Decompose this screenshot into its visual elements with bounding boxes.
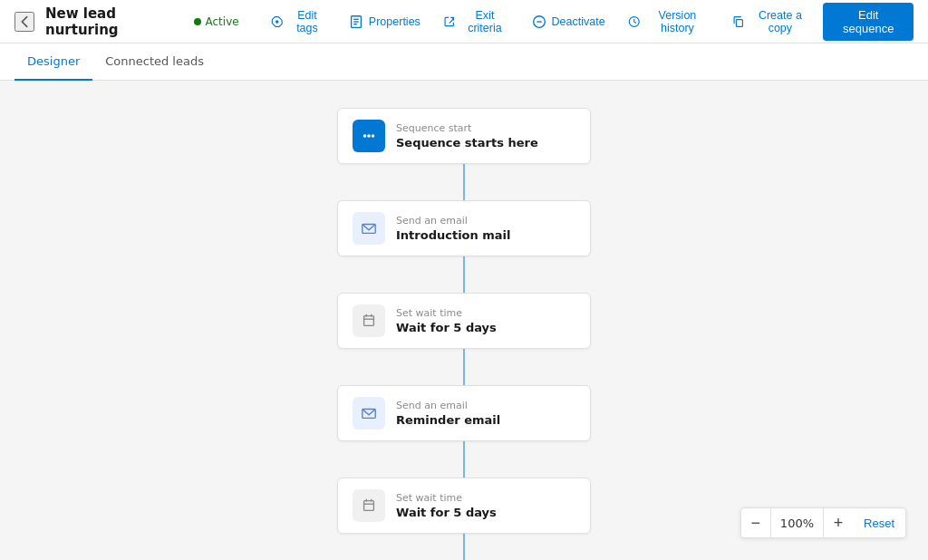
node-container: Sequence start Sequence starts here Send… — [0, 108, 928, 560]
node-wait-2[interactable]: Set wait time Wait for 5 days — [337, 478, 591, 534]
svg-rect-13 — [364, 316, 374, 326]
node-2-title: Wait for 5 days — [396, 321, 497, 334]
wait-1-icon — [353, 304, 385, 337]
status-dot — [194, 18, 201, 25]
node-send-email-1[interactable]: Send an email Introduction mail — [337, 200, 591, 256]
svg-point-10 — [367, 134, 371, 138]
zoom-value: 100% — [770, 508, 824, 537]
header: New lead nurturing Active Edit tags Prop… — [0, 0, 928, 43]
connector-4 — [463, 534, 465, 560]
node-wait-1[interactable]: Set wait time Wait for 5 days — [337, 293, 591, 349]
wait-2-icon — [353, 489, 385, 522]
zoom-out-button[interactable]: − — [741, 508, 770, 537]
node-sequence-start[interactable]: Sequence start Sequence starts here — [337, 108, 591, 164]
connector-2 — [463, 349, 465, 385]
tab-connected-leads[interactable]: Connected leads — [92, 43, 217, 81]
node-4-label: Set wait time — [396, 492, 497, 504]
tabs: Designer Connected leads — [0, 43, 928, 81]
node-3-label: Send an email — [396, 400, 500, 411]
email-1-icon — [353, 212, 385, 245]
create-copy-button[interactable]: Create a copy — [722, 5, 820, 39]
zoom-reset-button[interactable]: Reset — [853, 508, 905, 537]
back-button[interactable] — [14, 12, 34, 32]
email-2-icon — [353, 397, 385, 430]
canvas: Sequence start Sequence starts here Send… — [0, 81, 928, 560]
svg-rect-18 — [364, 501, 374, 511]
tab-designer[interactable]: Designer — [14, 43, 92, 81]
node-send-email-2[interactable]: Send an email Reminder email — [337, 385, 591, 441]
version-history-button[interactable]: Version history — [618, 5, 719, 39]
header-actions: Edit tags Properties Exit criteria Deact… — [261, 3, 914, 41]
deactivate-button[interactable]: Deactivate — [522, 9, 614, 34]
exit-criteria-button[interactable]: Exit criteria — [433, 5, 518, 39]
zoom-in-button[interactable]: + — [824, 508, 853, 537]
svg-point-0 — [276, 20, 277, 22]
svg-rect-8 — [736, 19, 742, 26]
edit-tags-button[interactable]: Edit tags — [261, 5, 335, 39]
status-badge: Active — [194, 15, 239, 28]
connector-0 — [463, 164, 465, 200]
connector-3 — [463, 441, 465, 478]
status-label: Active — [206, 15, 239, 28]
node-3-title: Reminder email — [396, 413, 500, 427]
sequence-start-icon — [353, 120, 385, 152]
edit-sequence-button[interactable]: Edit sequence — [823, 3, 914, 41]
node-2-label: Set wait time — [396, 307, 497, 319]
page-title: New lead nurturing — [45, 5, 183, 38]
connector-1 — [463, 256, 465, 293]
node-1-title: Introduction mail — [396, 228, 511, 242]
node-0-title: Sequence starts here — [396, 136, 538, 150]
svg-point-9 — [363, 134, 367, 138]
node-0-label: Sequence start — [396, 122, 538, 134]
node-4-title: Wait for 5 days — [396, 506, 497, 519]
properties-button[interactable]: Properties — [339, 9, 430, 34]
zoom-controls: − 100% + Reset — [740, 507, 906, 538]
node-1-label: Send an email — [396, 215, 511, 227]
svg-point-11 — [372, 134, 375, 138]
